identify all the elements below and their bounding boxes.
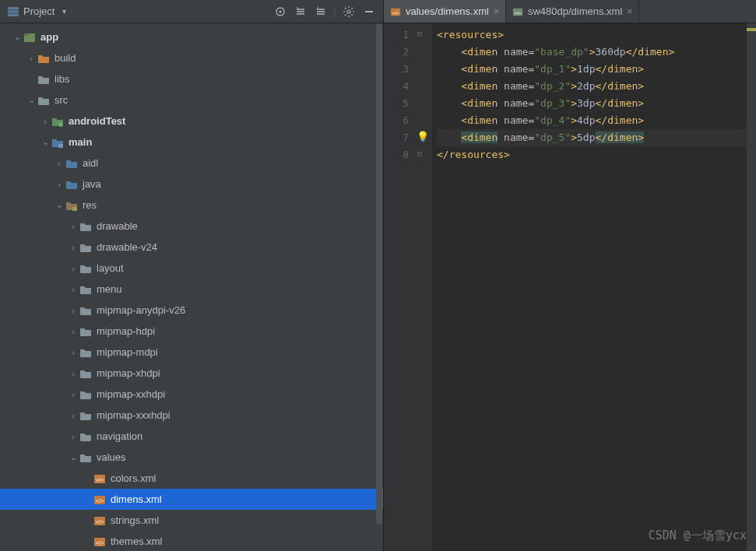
code-editor[interactable]: 12345678 ⊟💡⊡ <resources> <dimen name="ba… <box>384 23 756 551</box>
folder-icon <box>79 325 92 338</box>
code-line[interactable]: <dimen name="dp_2">2dp</dimen> <box>437 78 756 95</box>
chevron-right-icon[interactable]: › <box>67 264 79 273</box>
tree-item-res[interactable]: ⌄res <box>0 195 383 216</box>
tree-item-build[interactable]: ›build <box>0 47 383 68</box>
folder-orange-icon <box>37 52 50 65</box>
chevron-right-icon[interactable]: › <box>67 348 79 357</box>
code-line[interactable]: <dimen name="base_dp">360dp</dimen> <box>437 44 756 61</box>
tree-item-main[interactable]: ⌄main <box>0 132 383 153</box>
chevron-right-icon[interactable]: › <box>67 327 79 336</box>
tree-item-libs[interactable]: libs <box>0 68 383 89</box>
chevron-right-icon[interactable]: › <box>67 306 79 315</box>
tree-item-label: drawable-v24 <box>97 241 157 253</box>
select-opened-file-button[interactable] <box>271 2 290 21</box>
tree-item-layout[interactable]: ›layout <box>0 258 383 279</box>
chevron-down-icon[interactable]: ⌄ <box>39 137 51 147</box>
expand-all-button[interactable] <box>291 2 310 21</box>
chevron-right-icon[interactable]: › <box>67 411 79 420</box>
line-number[interactable]: 3 <box>384 61 409 78</box>
folder-icon <box>79 304 92 317</box>
tree-item-mipmap-hdpi[interactable]: ›mipmap-hdpi <box>0 321 383 342</box>
chevron-right-icon[interactable]: › <box>53 159 65 168</box>
editor-tab[interactable]: </>sw480dp/dimens.xml× <box>506 0 639 23</box>
folder-icon <box>37 73 50 86</box>
tree-item-drawable-v24[interactable]: ›drawable-v24 <box>0 237 383 258</box>
code-line[interactable]: </resources> <box>437 146 756 163</box>
close-icon[interactable]: × <box>627 6 632 17</box>
svg-text:</>: </> <box>392 9 399 15</box>
line-number[interactable]: 7 <box>384 129 409 146</box>
tree-item-navigation[interactable]: ›navigation <box>0 426 383 447</box>
chevron-right-icon[interactable]: › <box>67 390 79 399</box>
tree-item-mipmap-xxxhdpi[interactable]: ›mipmap-xxxhdpi <box>0 405 383 426</box>
project-view-selector[interactable]: Project ▾ <box>8 5 271 17</box>
chevron-down-icon[interactable]: ⌄ <box>25 95 37 105</box>
folder-icon <box>79 283 92 296</box>
tree-item-java[interactable]: ›java <box>0 174 383 195</box>
line-number[interactable]: 1 <box>384 26 409 44</box>
chevron-down-icon[interactable]: ⌄ <box>53 200 65 210</box>
code-line[interactable]: <dimen name="dp_1">1dp</dimen> <box>437 61 756 78</box>
line-number[interactable]: 8 <box>384 146 409 163</box>
settings-button[interactable] <box>339 2 358 21</box>
tree-item-label: drawable <box>97 220 138 232</box>
editor-tab[interactable]: </>values/dimens.xml× <box>384 0 506 23</box>
tree-item-drawable[interactable]: ›drawable <box>0 216 383 237</box>
tree-item-label: java <box>83 178 101 190</box>
tree-item-themes-xml[interactable]: </>themes.xml <box>0 531 383 551</box>
close-icon[interactable]: × <box>494 6 499 17</box>
line-number-gutter[interactable]: 12345678 <box>384 23 415 551</box>
code-line[interactable]: <dimen name="dp_4">4dp</dimen> <box>437 112 756 129</box>
tab-label: values/dimens.xml <box>406 5 489 17</box>
project-tree[interactable]: ⌄app›buildlibs⌄src›androidTest⌄main›aidl… <box>0 23 383 551</box>
chevron-right-icon[interactable]: › <box>39 117 51 126</box>
chevron-right-icon[interactable]: › <box>67 243 79 252</box>
tree-item-strings-xml[interactable]: </>strings.xml <box>0 510 383 531</box>
chevron-right-icon[interactable]: › <box>25 54 37 63</box>
chevron-right-icon[interactable]: › <box>67 432 79 441</box>
code-line[interactable]: <dimen name="dp_5">5dp</dimen> <box>437 129 756 146</box>
fold-open-icon[interactable]: ⊟ <box>417 30 422 38</box>
tree-item-src[interactable]: ⌄src <box>0 89 383 111</box>
folder-icon <box>79 346 92 359</box>
tree-item-menu[interactable]: ›menu <box>0 279 383 300</box>
chevron-right-icon[interactable]: › <box>67 369 79 378</box>
collapse-all-button[interactable] <box>311 2 330 21</box>
intention-bulb-icon[interactable]: 💡 <box>417 131 429 142</box>
chevron-down-icon[interactable]: ⌄ <box>67 452 79 462</box>
editor-tabs: </>values/dimens.xml×</>sw480dp/dimens.x… <box>384 0 756 23</box>
editor-scrollbar[interactable] <box>747 23 756 551</box>
chevron-right-icon[interactable]: › <box>67 222 79 231</box>
folder-icon <box>79 388 92 401</box>
tree-item-mipmap-mdpi[interactable]: ›mipmap-mdpi <box>0 342 383 363</box>
hide-button[interactable] <box>360 2 378 21</box>
tree-item-mipmap-xhdpi[interactable]: ›mipmap-xhdpi <box>0 363 383 384</box>
tree-item-label: app <box>40 31 58 43</box>
tree-item-androidtest[interactable]: ›androidTest <box>0 111 383 132</box>
fold-close-icon[interactable]: ⊡ <box>417 149 422 158</box>
tree-scrollbar[interactable] <box>376 23 382 525</box>
gutter-marks[interactable]: ⊟💡⊡ <box>415 23 432 551</box>
tree-item-label: main <box>69 136 92 148</box>
tree-item-label: aidl <box>83 157 98 169</box>
tree-item-aidl[interactable]: ›aidl <box>0 153 383 174</box>
tree-item-colors-xml[interactable]: </>colors.xml <box>0 468 383 489</box>
xml-file-icon: </> <box>512 6 523 17</box>
tree-item-values[interactable]: ⌄values <box>0 447 383 468</box>
tree-item-mipmap-xxhdpi[interactable]: ›mipmap-xxhdpi <box>0 384 383 405</box>
tree-item-mipmap-anydpi-v26[interactable]: ›mipmap-anydpi-v26 <box>0 300 383 321</box>
line-number[interactable]: 2 <box>384 44 409 61</box>
code-line[interactable]: <resources> <box>437 26 756 44</box>
tree-item-dimens-xml[interactable]: </>dimens.xml <box>0 489 383 510</box>
folder-src-icon <box>51 136 64 149</box>
tree-item-app[interactable]: ⌄app <box>0 26 383 47</box>
tree-item-label: navigation <box>97 430 142 442</box>
chevron-right-icon[interactable]: › <box>67 285 79 294</box>
chevron-down-icon[interactable]: ⌄ <box>11 32 23 42</box>
line-number[interactable]: 5 <box>384 95 409 112</box>
line-number[interactable]: 4 <box>384 78 409 95</box>
code-line[interactable]: <dimen name="dp_3">3dp</dimen> <box>437 95 756 112</box>
code-content[interactable]: <resources> <dimen name="base_dp">360dp<… <box>432 23 756 551</box>
line-number[interactable]: 6 <box>384 112 409 129</box>
chevron-right-icon[interactable]: › <box>53 180 65 189</box>
